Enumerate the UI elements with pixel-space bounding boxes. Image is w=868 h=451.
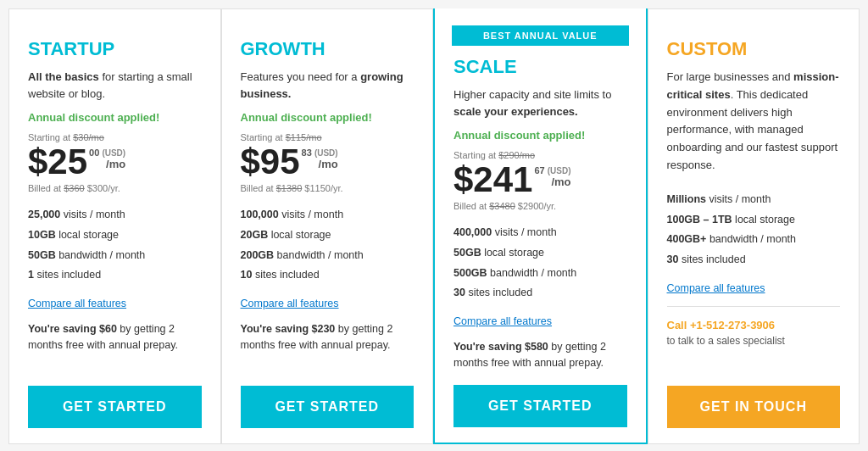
- feature-item: 1 sites included: [28, 265, 202, 286]
- price-dollar-growth: $95: [241, 144, 300, 180]
- price-cents-scale: 67 (USD): [534, 165, 570, 175]
- custom-feature-item: 30 sites included: [667, 250, 841, 270]
- feature-item: 200GB bandwidth / month: [241, 246, 415, 266]
- billed-at-growth: Billed at $1380 $1150/yr.: [241, 183, 415, 193]
- billed-at-scale: Billed at $3480 $2900/yr.: [453, 201, 627, 211]
- price-dollar-startup: $25: [28, 144, 87, 180]
- custom-description: For large businesses and mission-critica…: [667, 69, 841, 175]
- price-row-growth: $95 83 (USD) /mo: [241, 144, 415, 180]
- plan-card-custom: CUSTOMFor large businesses and mission-c…: [648, 8, 860, 444]
- annual-discount-growth: Annual discount applied!: [241, 111, 415, 124]
- annual-discount-scale: Annual discount applied!: [453, 129, 627, 142]
- plan-name-scale: SCALE: [453, 56, 627, 78]
- feature-item: 25,000 visits / month: [28, 205, 202, 226]
- feature-item: 50GB bandwidth / month: [28, 246, 202, 266]
- custom-feature-item: 400GB+ bandwidth / month: [667, 230, 841, 250]
- plan-description-startup: All the basics for starting a small webs…: [28, 69, 202, 103]
- feature-item: 20GB local storage: [241, 226, 415, 246]
- price-permonth-startup: /mo: [106, 158, 125, 170]
- custom-feature-item: Millions visits / month: [667, 190, 841, 210]
- cta-button-custom[interactable]: GET IN TOUCH: [667, 386, 841, 428]
- plan-name-startup: STARTUP: [28, 38, 202, 60]
- price-row-scale: $241 67 (USD) /mo: [453, 162, 627, 198]
- compare-link-custom[interactable]: Compare all features: [667, 282, 841, 294]
- feature-item: 10 sites included: [241, 265, 415, 286]
- compare-link-scale[interactable]: Compare all features: [453, 315, 627, 327]
- features-list-growth: 100,000 visits / month20GB local storage…: [241, 205, 415, 286]
- pricing-container: STARTUPAll the basics for starting a sma…: [8, 8, 860, 444]
- billed-at-startup: Billed at $360 $300/yr.: [28, 183, 202, 193]
- features-list-startup: 25,000 visits / month10GB local storage5…: [28, 205, 202, 286]
- feature-item: 500GB bandwidth / month: [453, 264, 627, 284]
- plan-card-startup: STARTUPAll the basics for starting a sma…: [8, 8, 221, 444]
- plan-description-growth: Features you need for a growing business…: [241, 69, 415, 103]
- annual-discount-startup: Annual discount applied!: [28, 111, 202, 124]
- price-dollar-scale: $241: [453, 162, 532, 198]
- custom-features: Millions visits / month100GB – 1TB local…: [667, 190, 841, 270]
- saving-text-scale: You're saving $580 by getting 2 months f…: [453, 339, 627, 371]
- plan-card-growth: GROWTHFeatures you need for a growing bu…: [221, 8, 434, 444]
- divider: [667, 306, 841, 307]
- cta-button-startup[interactable]: GET STARTED: [28, 386, 202, 428]
- saving-text-startup: You're saving $60 by getting 2 months fr…: [28, 321, 202, 372]
- custom-feature-item: 100GB – 1TB local storage: [667, 210, 841, 231]
- price-permonth-scale: /mo: [551, 175, 570, 188]
- feature-item: 400,000 visits / month: [453, 223, 627, 243]
- plan-card-scale: BEST ANNUAL VALUESCALEHigher capacity an…: [433, 8, 648, 444]
- plan-description-scale: Higher capacity and site limits to scale…: [453, 86, 627, 120]
- cta-button-growth[interactable]: GET STARTED: [241, 386, 415, 428]
- cta-button-scale[interactable]: GET STARTED: [453, 385, 627, 427]
- compare-link-startup[interactable]: Compare all features: [28, 298, 202, 309]
- price-cents-growth: 83 (USD): [302, 148, 338, 158]
- featured-banner: BEST ANNUAL VALUE: [452, 25, 629, 46]
- plan-name-growth: GROWTH: [241, 38, 415, 60]
- price-permonth-growth: /mo: [319, 158, 338, 170]
- feature-item: 10GB local storage: [28, 226, 202, 246]
- features-list-scale: 400,000 visits / month50GB local storage…: [453, 223, 627, 303]
- price-cents-startup: 00 (USD): [89, 148, 125, 158]
- feature-item: 50GB local storage: [453, 243, 627, 264]
- compare-link-growth[interactable]: Compare all features: [241, 298, 415, 309]
- call-link[interactable]: Call +1-512-273-3906: [667, 319, 841, 331]
- call-subtext: to talk to a sales specialist: [667, 335, 841, 347]
- feature-item: 30 sites included: [453, 283, 627, 303]
- plan-name-custom: CUSTOM: [667, 38, 841, 60]
- feature-item: 100,000 visits / month: [241, 205, 415, 226]
- price-row-startup: $25 00 (USD) /mo: [28, 144, 202, 180]
- saving-text-growth: You're saving $230 by getting 2 months f…: [241, 321, 415, 372]
